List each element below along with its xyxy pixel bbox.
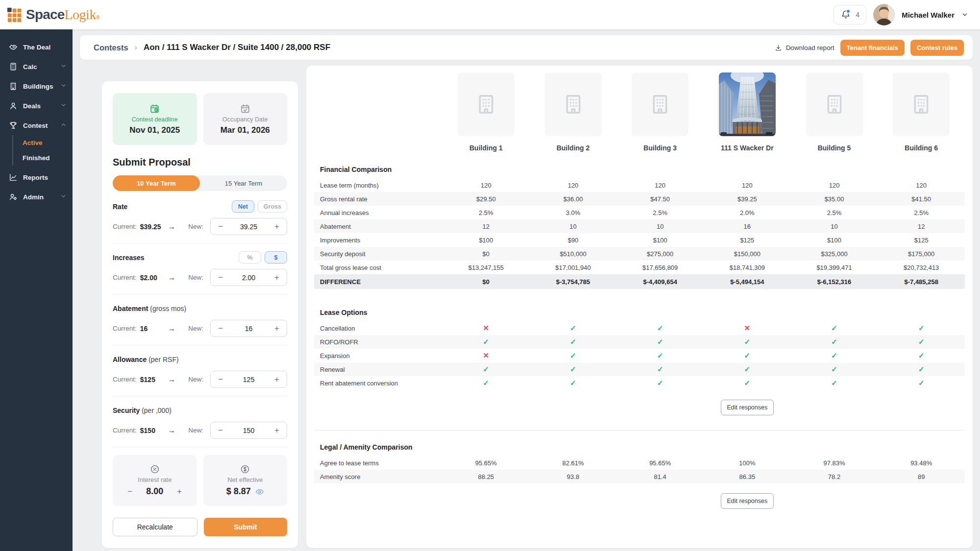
security-increment-button[interactable]: +	[272, 426, 281, 434]
rate-toggle-gross[interactable]: Gross	[258, 200, 287, 213]
current-label: Current:	[113, 376, 137, 383]
edit-responses-button-legal[interactable]: Edit responses	[721, 493, 774, 509]
sidebar-item-reports[interactable]: Reports	[0, 168, 73, 187]
term-tab-10yr[interactable]: 10 Year Term	[113, 175, 200, 191]
increases-stepper: − +	[210, 269, 287, 286]
occupancy-date-card: Occupancy Date Mar 01, 2026	[203, 93, 288, 145]
contest-deadline-card: Contest deadline Nov 01, 2025	[113, 93, 197, 145]
allowance-new-input[interactable]	[230, 376, 268, 383]
breadcrumb-contests[interactable]: Contests	[94, 43, 128, 52]
sidebar-item-label: Calc	[23, 63, 37, 71]
proposal-fields: RateNetGross Current: $39.25 → New: − + …	[113, 200, 287, 447]
building-name: Building 5	[818, 144, 851, 152]
check-icon: ✓	[616, 351, 704, 360]
net-effective-card: Net effective $ 8.87	[203, 455, 288, 506]
sidebar-item-contest[interactable]: Contest	[0, 116, 73, 135]
increases-increment-button[interactable]: +	[272, 273, 281, 282]
check-icon: ✓	[878, 351, 965, 360]
table-cell: $125	[878, 237, 965, 244]
sidebar-item-deals[interactable]: Deals	[0, 96, 73, 116]
recalculate-button[interactable]: Recalculate	[113, 518, 197, 536]
abatement-increment-button[interactable]: +	[272, 324, 281, 333]
building-photo	[719, 72, 776, 136]
current-label: Current:	[113, 223, 137, 230]
contest-rules-button[interactable]: Contest rules	[910, 40, 964, 56]
submit-button[interactable]: Submit	[204, 518, 288, 536]
rate-toggle-net[interactable]: Net	[232, 200, 254, 213]
tenant-financials-button[interactable]: Tenant financials	[840, 40, 905, 56]
security-stepper: − +	[210, 422, 287, 439]
security-decrement-button[interactable]: −	[216, 426, 225, 434]
sidebar-item-admin[interactable]: Admin	[0, 187, 73, 207]
increases-toggle-$[interactable]: $	[265, 251, 287, 264]
breadcrumb-separator: ›	[135, 43, 137, 52]
main-content: Contests › Aon / 111 S Wacker Dr / Suite…	[73, 0, 980, 551]
sidebar-item-calc[interactable]: Calc	[0, 57, 73, 76]
user-avatar[interactable]	[873, 4, 895, 25]
table-cell: 2.5%	[616, 209, 704, 216]
table-cell: 3.0%	[530, 209, 617, 216]
security-new-input[interactable]	[230, 427, 268, 434]
notifications-button[interactable]: 4	[833, 5, 866, 24]
building-column-6[interactable]: Building 6	[878, 72, 965, 152]
increases-decrement-button[interactable]: −	[216, 273, 225, 282]
building-column-1[interactable]: Building 1	[442, 72, 530, 152]
contest-deadline-date: Nov 01, 2025	[129, 125, 180, 135]
interest-rate-increment-button[interactable]: +	[175, 487, 184, 496]
sidebar-item-label: Buildings	[23, 83, 53, 90]
rate-increment-button[interactable]: +	[272, 222, 281, 231]
trophy-icon	[9, 121, 18, 130]
table-cell: $-5,494,154	[704, 278, 791, 286]
abatement-decrement-button[interactable]: −	[216, 324, 225, 333]
table-row: Renewal✓✓✓✓✓✓	[314, 362, 965, 376]
rate-new-input[interactable]	[230, 223, 268, 231]
new-label: New:	[188, 274, 203, 281]
sidebar-item-buildings[interactable]: Buildings	[0, 76, 73, 96]
table-cell: 10	[616, 223, 704, 230]
check-icon: ✓	[791, 365, 878, 374]
building-column-2[interactable]: Building 2	[530, 72, 617, 152]
table-row: Rent abatement conversion✓✓✓✓✓✓	[314, 376, 965, 390]
building-column-4[interactable]: 111 S Wacker Dr	[704, 72, 791, 152]
interest-rate-decrement-button[interactable]: −	[125, 487, 134, 496]
row-label: Rent abatement conversion	[314, 380, 442, 387]
term-tab-15yr[interactable]: 15 Year Term	[200, 175, 287, 191]
building-column-3[interactable]: Building 3	[616, 72, 704, 152]
field-group-abatement: Abatement (gross mos) Current: 16 → New:…	[113, 302, 287, 345]
eye-icon[interactable]	[255, 487, 264, 496]
new-label: New:	[188, 223, 203, 230]
user-icon	[9, 101, 18, 110]
arrow-right-icon: →	[168, 426, 175, 435]
chevron-down-icon[interactable]	[961, 11, 968, 18]
rate-decrement-button[interactable]: −	[216, 222, 225, 231]
check-icon: ✓	[878, 324, 965, 333]
chevron-down-icon	[60, 82, 67, 89]
table-cell: 89	[878, 473, 965, 480]
calculator-icon	[9, 62, 18, 71]
handshake-icon	[9, 43, 18, 51]
allowance-increment-button[interactable]: +	[272, 375, 281, 383]
increases-toggle-%[interactable]: %	[239, 251, 261, 264]
brand-logo[interactable]: SpaceLogik®	[7, 7, 99, 23]
abatement-new-input[interactable]	[230, 325, 268, 333]
security-current-value: $150	[140, 427, 155, 434]
sidebar-subitem-finished[interactable]: Finished	[13, 150, 73, 166]
allowance-decrement-button[interactable]: −	[216, 375, 225, 383]
table-row: Amenity score88.2593.881.486.3578.289	[314, 470, 965, 483]
sidebar-subitem-active[interactable]: Active	[13, 135, 73, 150]
check-icon: ✓	[791, 379, 878, 387]
sidebar-item-the-deal[interactable]: The Deal	[0, 37, 73, 57]
current-label: Current:	[113, 325, 137, 332]
building-column-5[interactable]: Building 5	[791, 72, 878, 152]
divider	[113, 447, 287, 447]
new-label: New:	[188, 376, 203, 383]
increases-new-input[interactable]	[230, 274, 268, 282]
divider	[314, 430, 965, 431]
net-effective-label: Net effective	[227, 476, 263, 483]
table-cell: $510,000	[530, 250, 617, 258]
table-cell: 120	[616, 182, 704, 189]
table-cell: $90	[530, 237, 617, 244]
brand-name: SpaceLogik®	[26, 7, 99, 23]
download-report-button[interactable]: Download report	[775, 44, 834, 51]
edit-responses-button-lease[interactable]: Edit responses	[721, 400, 774, 415]
